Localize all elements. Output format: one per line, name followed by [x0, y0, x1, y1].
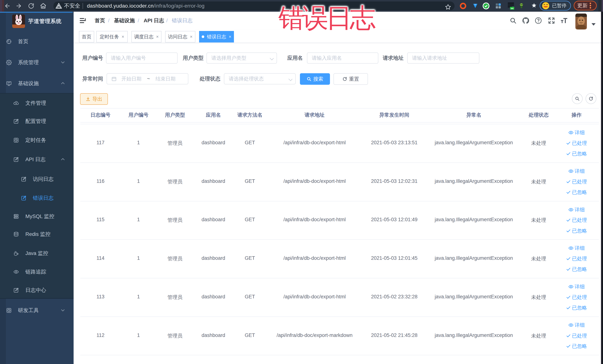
svg-text:on: on [511, 7, 513, 10]
